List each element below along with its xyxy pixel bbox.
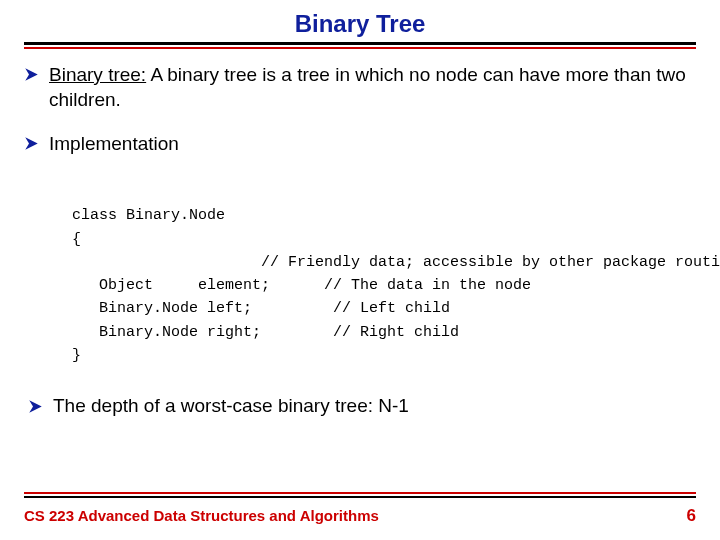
code-block: class Binary.Node { // Friendly data; ac… <box>72 181 696 367</box>
footer-bar: CS 223 Advanced Data Structures and Algo… <box>24 506 696 526</box>
footer-course: CS 223 Advanced Data Structures and Algo… <box>24 507 379 524</box>
bullet-definition-text: Binary tree: A binary tree is a tree in … <box>49 63 696 112</box>
slide-title: Binary Tree <box>24 10 696 42</box>
footer-rule-red <box>24 492 696 494</box>
code-line: { <box>72 231 81 248</box>
depth-text: The depth of a worst-case binary tree: N… <box>53 395 696 417</box>
arrow-icon <box>24 136 39 151</box>
slide: Binary Tree Binary tree: A binary tree i… <box>0 0 720 540</box>
definition-term: Binary tree: <box>49 64 146 85</box>
code-line: // Friendly data; accessible by other pa… <box>72 254 720 271</box>
arrow-icon <box>24 67 39 82</box>
footer: CS 223 Advanced Data Structures and Algo… <box>0 492 720 526</box>
footer-page-number: 6 <box>687 506 696 526</box>
bullet-depth: The depth of a worst-case binary tree: N… <box>28 395 696 417</box>
title-rule-black <box>24 42 696 45</box>
footer-rule-black <box>24 496 696 498</box>
bullet-list: Binary tree: A binary tree is a tree in … <box>24 63 696 177</box>
arrow-icon <box>28 399 43 414</box>
code-line: Binary.Node left; // Left child <box>72 300 450 317</box>
code-line: Object element; // The data in the node <box>72 277 531 294</box>
title-rule-red <box>24 47 696 49</box>
code-line: } <box>72 347 81 364</box>
code-line: Binary.Node right; // Right child <box>72 324 459 341</box>
code-line: class Binary.Node <box>72 207 225 224</box>
implementation-label: Implementation <box>49 132 696 157</box>
bullet-definition: Binary tree: A binary tree is a tree in … <box>24 63 696 112</box>
bullet-implementation: Implementation <box>24 132 696 157</box>
